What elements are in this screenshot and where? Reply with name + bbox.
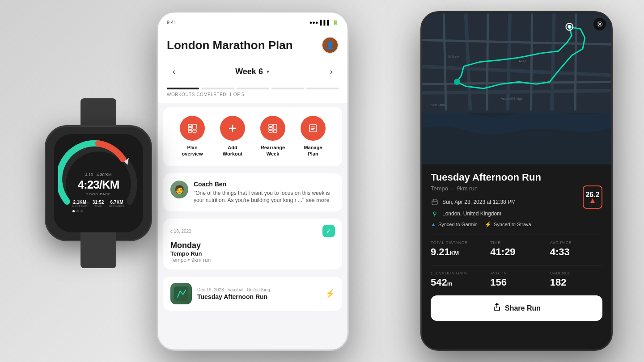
stat-avg-hr: AVG HR 156 — [490, 271, 542, 288]
add-workout-icon — [220, 116, 245, 141]
svg-rect-41 — [432, 200, 437, 205]
next-week-button[interactable]: › — [324, 64, 339, 79]
week-nav: ‹ Week 6 ▼ › — [158, 61, 347, 84]
stat-avg-hr-value: 156 — [490, 277, 542, 288]
actions-card: Planoverview AddWorkout — [163, 107, 342, 166]
stat-elevation-num: 542 — [431, 277, 447, 288]
share-run-button[interactable]: Share Run — [431, 295, 602, 321]
add-workout-button[interactable]: AddWorkout — [220, 116, 245, 157]
plan-overview-icon — [180, 116, 205, 141]
workout-card2-date: Dec 19, 2023 · Vauxhall, United King... — [197, 287, 274, 292]
phone1-status-icons: ●●● ▌▌▌ 🔋 — [309, 20, 339, 25]
run-location: London, United Kingdom — [442, 210, 602, 217]
rearrange-week-button[interactable]: RearrangeWeek — [260, 116, 285, 157]
manage-plan-label: ManagePlan — [304, 144, 322, 157]
progress-dot-3 — [237, 88, 269, 89]
map-close-button[interactable] — [593, 18, 606, 30]
stat-elevation-unit: m — [447, 280, 453, 287]
week-label-text: Week 6 — [235, 67, 263, 76]
main-scene: 4:10 - 4:30/KM 4:23/KM GOOD PACE 2.1KM N… — [0, 0, 644, 362]
strava-icon: ⚡ — [325, 289, 335, 299]
workout-date-monday: c 18, 2023 — [170, 229, 191, 234]
svg-rect-10 — [269, 130, 272, 132]
watch-stat-distance-value: 6.7KM — [109, 200, 124, 205]
svg-text:▶HQ: ▶HQ — [519, 59, 526, 63]
phone1-screen: 9:41 ●●● ▌▌▌ 🔋 London Marathon Plan 👤 ‹ — [158, 13, 347, 349]
stat-total-distance-label: TOTAL DISTANCE — [431, 240, 483, 245]
prev-week-button[interactable]: ‹ — [167, 64, 181, 79]
stats-divider-2 — [431, 265, 602, 265]
phone2-container: Millbank Vauxhall Bridge ▶HQ Nine Elms — [416, 0, 617, 362]
stats-grid-row2: ELEVATION GAIN 542m AVG HR 156 CADENCE 1… — [431, 271, 602, 288]
stat-avg-hr-label: AVG HR — [490, 271, 542, 275]
week-label[interactable]: Week 6 ▼ — [235, 67, 270, 76]
svg-line-23 — [508, 13, 510, 110]
plan-overview-label: Planoverview — [182, 144, 203, 157]
workouts-completed-label: WORKOUTS COMPLETED: 1 OF 5 — [167, 92, 339, 97]
svg-rect-17 — [174, 286, 188, 301]
stats-divider-1 — [431, 235, 602, 235]
stat-elevation-label: ELEVATION GAIN — [431, 271, 483, 275]
coach-content: Coach Ben "One of the things that I want… — [194, 181, 335, 205]
see-more-link[interactable]: see more — [306, 197, 330, 203]
progress-section: WORKOUTS COMPLETED: 1 OF 5 — [158, 84, 347, 103]
add-workout-label: AddWorkout — [223, 144, 242, 157]
svg-rect-8 — [269, 124, 272, 126]
manage-plan-button[interactable]: ManagePlan — [301, 116, 326, 157]
strava-sync: ⚡ Synced to Strava — [485, 221, 531, 227]
strava-icon: ⚡ — [485, 221, 491, 227]
coach-card: 🧑 Coach Ben "One of the things that I wa… — [163, 173, 342, 212]
svg-line-29 — [531, 13, 532, 110]
run-badge-unit — [590, 198, 595, 203]
stat-avg-pace-label: AVG PACE — [550, 240, 602, 245]
workout-card2-content: Dec 19, 2023 · Vauxhall, United King... … — [197, 287, 274, 300]
watch-stat-nextlap: 2.1KM NEXT LAP — [72, 200, 87, 207]
stat-time-value: 41:29 — [490, 246, 542, 258]
week-dropdown-icon: ▼ — [266, 69, 270, 74]
watch-dot-2 — [76, 210, 79, 212]
share-icon — [492, 303, 501, 314]
strava-sync-text: Synced to Strava — [494, 222, 531, 227]
calendar-icon — [431, 198, 439, 206]
sync-row: ▲ Synced to Garmin ⚡ Synced to Strava — [431, 221, 602, 227]
stat-elevation: ELEVATION GAIN 542m — [431, 271, 483, 288]
workout-card-tuesday[interactable]: Dec 19, 2023 · Vauxhall, United King... … — [163, 277, 342, 311]
watch-body: 4:10 - 4:30/KM 4:23/KM GOOD PACE 2.1KM N… — [45, 125, 152, 241]
run-title: Tuesday Afternoon Run — [431, 172, 602, 183]
svg-rect-11 — [273, 124, 277, 129]
stat-elevation-value: 542m — [431, 277, 483, 288]
watch-pace-range: 4:10 - 4:30/KM — [72, 173, 124, 177]
phone2-screen: Millbank Vauxhall Bridge ▶HQ Nine Elms — [422, 13, 611, 349]
rearrange-week-icon — [260, 116, 285, 141]
plan-overview-button[interactable]: Planoverview — [180, 116, 205, 157]
run-sub-dot: · — [452, 185, 453, 192]
phone1-header: London Marathon Plan 👤 — [158, 32, 347, 61]
location-icon — [431, 210, 439, 218]
stat-total-distance-num: 9.21 — [431, 246, 450, 257]
stat-cadence-label: CADENCE — [550, 271, 602, 275]
run-subtitle: Tempo · 9km run — [431, 185, 602, 192]
workout-card-monday[interactable]: c 18, 2023 ✓ Monday Tempo Run Tempo • 9k… — [163, 219, 342, 269]
stat-avg-pace: AVG PACE 4:33 — [550, 240, 602, 258]
watch-stat-nextlap-value: 2.1KM — [72, 200, 87, 205]
stat-cadence-value: 182 — [550, 277, 602, 288]
stat-avg-pace-value: 4:33 — [550, 246, 602, 258]
watch-stat-distance-label: DISTANCE — [109, 205, 124, 207]
stat-time: TIME 41:29 — [490, 240, 542, 258]
svg-text:Vauxhall Bridge: Vauxhall Bridge — [501, 97, 522, 101]
watch-dot-1 — [72, 210, 75, 212]
watch-stat-time-value: 31:52 — [93, 200, 104, 205]
watch-stat-distance: 6.7KM DISTANCE — [109, 200, 124, 207]
run-badge: 26.2 — [583, 185, 602, 209]
svg-rect-12 — [273, 130, 277, 132]
stat-cadence: CADENCE 182 — [550, 271, 602, 288]
svg-rect-4 — [193, 124, 196, 129]
rearrange-week-label: RearrangeWeek — [261, 144, 285, 157]
coach-avatar: 🧑 — [170, 181, 188, 198]
run-date: Sun, Apr 23, 2023 at 12:38 PM — [442, 199, 602, 205]
run-location-row: London, United Kingdom — [431, 210, 602, 218]
watch-screen: 4:10 - 4:30/KM 4:23/KM GOOD PACE 2.1KM N… — [54, 134, 143, 232]
svg-rect-5 — [193, 130, 196, 132]
run-type: Tempo — [431, 185, 448, 192]
phone2-body: Millbank Vauxhall Bridge ▶HQ Nine Elms — [420, 11, 613, 351]
